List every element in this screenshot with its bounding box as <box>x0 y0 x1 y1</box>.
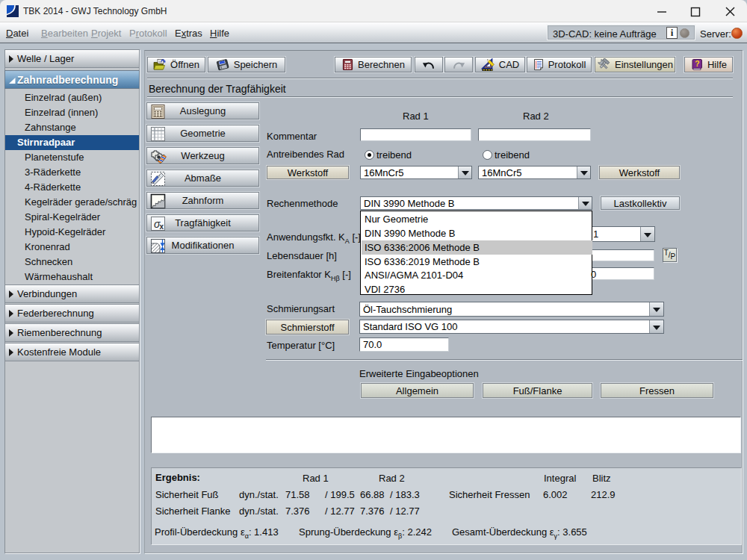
svg-text:x: x <box>160 223 164 231</box>
svg-text:?: ? <box>695 59 699 68</box>
